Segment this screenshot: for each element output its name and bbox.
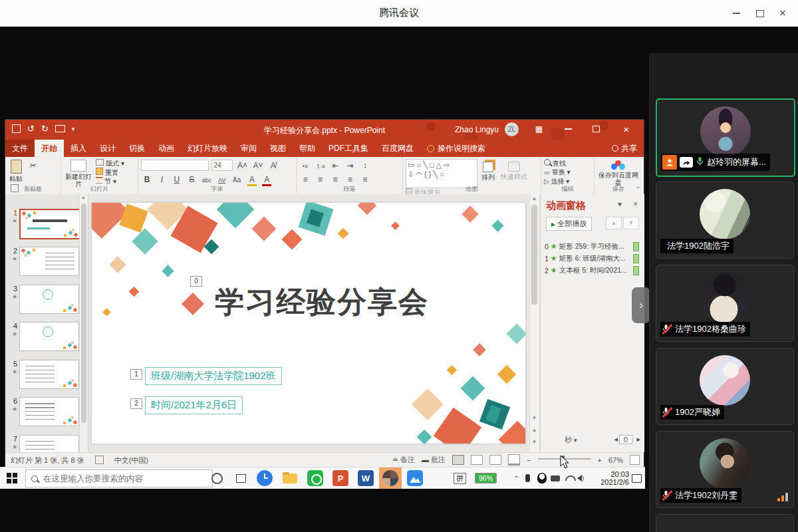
bullets-icon[interactable]: •≡ bbox=[301, 163, 310, 170]
replace-button[interactable]: ab 替换 ▾ bbox=[544, 168, 591, 177]
reading-view-icon[interactable] bbox=[489, 455, 501, 465]
green-app-icon[interactable] bbox=[307, 470, 323, 486]
ppt-close-button[interactable]: × bbox=[623, 124, 629, 135]
reset-button[interactable]: 重置 bbox=[96, 168, 124, 177]
slide-thumbnail-4[interactable] bbox=[19, 322, 79, 351]
layout-button[interactable]: 版式 ▾ bbox=[96, 159, 124, 168]
collapse-ribbon-icon[interactable]: ⌃ bbox=[636, 186, 641, 193]
close-button[interactable]: × bbox=[771, 5, 794, 21]
increase-indent-icon[interactable]: ⇥ bbox=[346, 161, 355, 170]
slide-scrollbar[interactable]: ▲ ▼ ▲ ▼ bbox=[529, 194, 539, 452]
language-indicator[interactable]: 中文(中国) bbox=[114, 456, 148, 466]
decrease-indent-icon[interactable]: ⇤ bbox=[331, 161, 340, 170]
thumbnail-row[interactable]: 2★ bbox=[8, 247, 79, 276]
align-left-icon[interactable]: ≡ bbox=[301, 175, 310, 184]
play-all-button[interactable]: ▶ 全部播放 bbox=[546, 217, 592, 231]
scroll-thumb[interactable] bbox=[81, 203, 86, 423]
slide-sorter-icon[interactable] bbox=[471, 455, 483, 465]
quick-styles-button[interactable]: 快速样式 bbox=[501, 160, 527, 180]
account-avatar[interactable]: ZL bbox=[505, 122, 519, 136]
powerpoint-taskbar-icon[interactable]: P bbox=[332, 470, 348, 486]
slide-thumbnail-1[interactable] bbox=[19, 209, 80, 239]
pane-close-icon[interactable]: × bbox=[633, 200, 638, 209]
ppt-minimize-button[interactable] bbox=[565, 128, 572, 130]
align-right-icon[interactable]: ≡ bbox=[331, 175, 340, 184]
fit-to-window-icon[interactable] bbox=[630, 455, 640, 465]
thumbnail-row[interactable]: 1★ bbox=[8, 209, 80, 239]
slide-thumbnail-2[interactable] bbox=[19, 247, 79, 276]
previous-slide-icon[interactable]: ▲ bbox=[530, 426, 539, 435]
font-name-combo[interactable] bbox=[141, 160, 209, 171]
animation-item[interactable]: 0★ 矩形 259: 学习经验... bbox=[545, 241, 642, 252]
tab-view[interactable]: 视图 bbox=[263, 140, 293, 157]
clear-format-icon[interactable]: A̸ bbox=[269, 161, 278, 170]
slide-thumbnail-5[interactable] bbox=[19, 360, 79, 389]
pane-dropdown-icon[interactable]: ▾ bbox=[618, 200, 622, 209]
tab-help[interactable]: 帮助 bbox=[293, 140, 322, 157]
zoom-knob[interactable] bbox=[562, 456, 565, 462]
normal-view-icon[interactable] bbox=[452, 455, 464, 465]
shrink-font-icon[interactable]: A˅ bbox=[253, 161, 263, 170]
blue-app-icon[interactable] bbox=[407, 470, 423, 486]
thumbnail-row[interactable]: 4★ bbox=[8, 322, 79, 351]
scroll-up-icon[interactable]: ▲ bbox=[530, 194, 539, 203]
animation-item[interactable]: 2★ 文本框 5: 时间/2021... bbox=[545, 265, 642, 276]
scroll-down-icon[interactable]: ▼ bbox=[530, 414, 539, 423]
numbering-icon[interactable]: ⒈≡ bbox=[315, 162, 325, 171]
shapes-gallery[interactable]: ▭ ○ ╲ □ △ ⇨ ⇩ ◠ { } ╲ ○ bbox=[406, 159, 477, 188]
file-explorer-icon[interactable] bbox=[282, 470, 298, 486]
slide-textbox-date[interactable]: 时间/2021年2月6日 bbox=[145, 396, 243, 414]
tab-design[interactable]: 设计 bbox=[93, 140, 122, 157]
tell-me-search[interactable]: 操作说明搜索 bbox=[420, 140, 492, 157]
device-icon[interactable] bbox=[551, 467, 560, 489]
tab-insert[interactable]: 插入 bbox=[64, 140, 93, 157]
tab-home[interactable]: 开始 bbox=[35, 140, 64, 157]
find-button[interactable]: 查找 bbox=[544, 159, 591, 168]
zoom-slider[interactable] bbox=[538, 458, 591, 460]
task-view-icon[interactable] bbox=[233, 470, 249, 486]
scroll-thumb[interactable] bbox=[531, 205, 537, 305]
strikethrough-button[interactable]: S bbox=[187, 175, 196, 184]
clock-app-icon[interactable] bbox=[257, 470, 273, 486]
seconds-spinner[interactable]: 0 bbox=[619, 435, 632, 444]
tray-clock[interactable]: 20:032021/2/6 bbox=[591, 467, 629, 491]
animation-tag-2[interactable]: 2 bbox=[130, 398, 142, 409]
tab-review[interactable]: 审阅 bbox=[234, 140, 263, 157]
notification-center-icon[interactable] bbox=[632, 467, 642, 489]
thumbnail-row[interactable]: 6★ bbox=[8, 397, 79, 426]
thumbnail-row[interactable]: 3★ bbox=[8, 285, 79, 314]
taskbar-search[interactable] bbox=[25, 469, 213, 487]
tab-transitions[interactable]: 切换 bbox=[122, 140, 152, 157]
animation-item[interactable]: 1★ 矩形 6: 班级/湖南大... bbox=[545, 253, 642, 264]
thumbnails-scrollbar[interactable]: ▲ bbox=[79, 194, 88, 452]
font-size-combo[interactable]: 24 bbox=[211, 160, 233, 171]
columns-icon[interactable]: ≡ bbox=[360, 175, 370, 184]
share-button[interactable]: 共享 bbox=[605, 140, 644, 157]
spinner-right-icon[interactable]: ▸ bbox=[636, 435, 640, 444]
cut-icon[interactable]: ✂ bbox=[28, 161, 37, 170]
search-input[interactable] bbox=[42, 473, 184, 484]
animation-tag-1[interactable]: 1 bbox=[130, 369, 142, 380]
word-taskbar-icon[interactable]: W bbox=[358, 470, 374, 486]
slide-title[interactable]: 学习经验分享会 bbox=[215, 283, 507, 322]
slideshow-view-icon[interactable] bbox=[508, 454, 520, 466]
slide-textbox-class[interactable]: 班级/湖南大学法学院1902班 bbox=[145, 367, 282, 385]
battery-indicator[interactable]: 96% bbox=[475, 467, 497, 489]
underline-button[interactable]: U bbox=[172, 175, 182, 184]
tab-baidu-pan[interactable]: 百度网盘 bbox=[375, 140, 420, 157]
participant-tile[interactable]: 法学1902陆浩宇 bbox=[656, 182, 794, 259]
slide-canvas[interactable]: 0 学习经验分享会 1 班级/湖南大学法学院1902班 2 时间/2021年2月… bbox=[92, 203, 525, 444]
paste-button[interactable]: 粘贴 bbox=[9, 160, 23, 182]
zoom-level[interactable]: 67% bbox=[608, 456, 623, 464]
ppt-restore-button[interactable] bbox=[593, 126, 600, 132]
wifi-icon[interactable] bbox=[565, 467, 576, 489]
shadow-button[interactable]: abc bbox=[202, 177, 212, 184]
qq-icon[interactable] bbox=[537, 467, 547, 489]
tab-file[interactable]: 文件 bbox=[5, 140, 35, 157]
arrange-button[interactable]: 排列 bbox=[481, 160, 495, 181]
save-to-baidu-button[interactable]: 保存到百度网盘 bbox=[598, 160, 638, 186]
participant-tile-partial[interactable] bbox=[656, 514, 794, 532]
align-center-icon[interactable]: ≡ bbox=[315, 175, 325, 184]
new-slide-button[interactable]: 新建幻灯片 bbox=[65, 160, 92, 188]
maximize-button[interactable] bbox=[749, 5, 771, 21]
